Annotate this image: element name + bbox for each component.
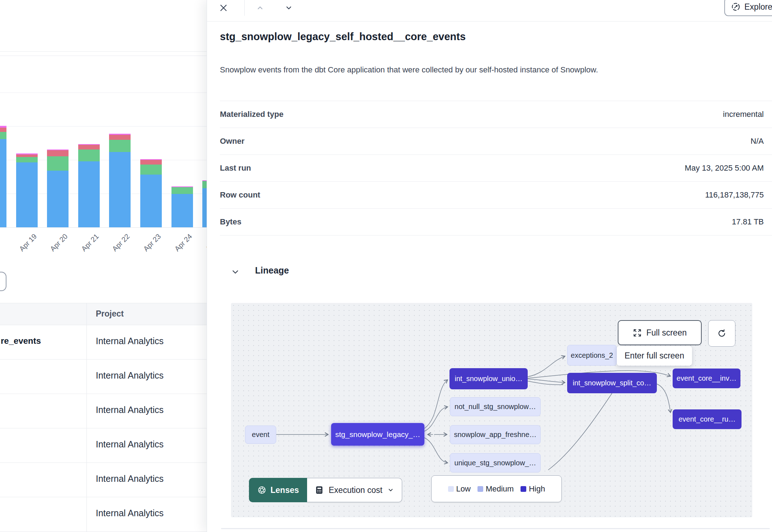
fullscreen-label: Full screen	[646, 328, 687, 338]
lineage-node-int-snowplow-split-co[interactable]: int_snowplow_split_co…	[567, 373, 657, 393]
bar-segment-red	[47, 150, 69, 156]
lineage-heading: Lineage	[255, 265, 289, 276]
metadata-row: Last runMay 13, 2025 5:00 AM	[220, 155, 772, 182]
cell-project: Internal Analytics	[96, 336, 164, 346]
bar-segment-red	[78, 145, 100, 149]
x-axis-label: Apr 22	[111, 232, 132, 253]
topbar-divider	[244, 0, 245, 16]
lineage-node-event[interactable]: event	[245, 426, 276, 444]
bar-segment-blue	[0, 139, 6, 227]
bar-Apr 22	[109, 134, 131, 227]
panel-topbar: Explore	[207, 0, 772, 22]
table-header: Project	[0, 303, 207, 325]
cost-legend: LowMediumHigh	[431, 475, 562, 502]
bar-segment-blue	[78, 161, 100, 227]
lineage-edge	[528, 356, 565, 377]
bar-segment-red	[109, 135, 131, 140]
cell-project: Internal Analytics	[96, 370, 164, 381]
chart-x-axis-labels: Apr 19Apr 20Apr 21Apr 22Apr 23Apr 24Apr …	[0, 227, 207, 267]
details-panel: Explore stg_snowplow_legacy_self_hosted_…	[207, 0, 772, 532]
bar-segment-green	[109, 140, 131, 152]
x-axis-label: Apr 21	[80, 232, 100, 253]
lineage-edge	[548, 393, 612, 470]
legend-swatch	[521, 486, 526, 492]
metadata-value: incremental	[723, 110, 764, 119]
calculator-icon	[315, 485, 324, 495]
next-item-button[interactable]	[281, 0, 297, 16]
bar-segment-green	[171, 187, 193, 194]
metadata-list: Materialized typeincrementalOwnerN/ALast…	[220, 101, 772, 236]
metadata-row: Bytes17.81 TB	[220, 209, 772, 236]
table-row[interactable]: Internal Analytics	[0, 497, 207, 532]
bar-Apr 24	[171, 186, 193, 227]
bar-segment-red	[16, 155, 38, 157]
close-button[interactable]	[216, 0, 231, 16]
model-description: Snowplow events from the dbt Core applic…	[220, 65, 758, 75]
x-axis-label: Apr 24	[173, 232, 194, 253]
legend-label: Low	[456, 484, 471, 494]
fullscreen-tooltip: Enter full screen	[617, 346, 692, 366]
lineage-node-exceptions-2[interactable]: exceptions_2	[567, 345, 617, 366]
lineage-node-stg-snowplow-legacy[interactable]: stg_snowplow_legacy_…	[331, 423, 424, 446]
fullscreen-button[interactable]: Full screen	[618, 320, 702, 345]
chevron-down-icon	[387, 486, 394, 494]
table-row[interactable]: Internal Analytics	[0, 428, 207, 463]
clipped-pill-button[interactable]	[0, 272, 6, 291]
lineage-node-event-core-ru[interactable]: event_core__ru…	[673, 409, 742, 429]
metadata-value: May 13, 2025 5:00 AM	[685, 163, 764, 173]
x-axis-label: Apr 23	[142, 232, 163, 253]
lineage-node-snowplow-app-freshne[interactable]: snowplow_app_freshne…	[450, 425, 541, 444]
lineage-node-unique-stg-snowplow[interactable]: unique_stg_snowplow_…	[450, 453, 541, 472]
bar-segment-green	[140, 165, 162, 175]
execution-cost-dropdown[interactable]: Execution cost	[307, 478, 402, 502]
bar-segment-blue	[171, 194, 193, 227]
bar-segment-blue	[16, 162, 38, 227]
expand-icon	[633, 328, 642, 337]
lineage-node-event-core-inv[interactable]: event_core__inv…	[673, 369, 740, 388]
bar-segment-red	[140, 160, 162, 165]
bar-segment-green	[78, 149, 100, 161]
legend-label: High	[529, 484, 545, 494]
legend-swatch	[477, 486, 483, 492]
lineage-canvas[interactable]: eventstg_snowplow_legacy_…int_snowplow_u…	[231, 303, 752, 517]
lineage-section-toggle[interactable]: Lineage	[207, 265, 350, 280]
lineage-edge	[657, 384, 670, 412]
x-axis-label: Apr 20	[49, 232, 70, 253]
column-header-project: Project	[96, 309, 124, 319]
table-row[interactable]: re_eventsInternal Analytics	[0, 325, 207, 360]
legend-item-low: Low	[448, 484, 471, 494]
section-divider	[221, 528, 770, 529]
bar-segment-green	[16, 157, 38, 162]
bar-segment-green	[0, 132, 6, 139]
lineage-node-not-null-stg-snowplow[interactable]: not_null_stg_snowplow…	[450, 397, 541, 416]
bar-segment-green	[47, 156, 69, 171]
bar-segment-red	[0, 128, 6, 132]
stacked-bar-chart	[0, 0, 207, 227]
table-row[interactable]: Internal Analytics	[0, 394, 207, 428]
metadata-label: Owner	[220, 137, 244, 146]
metadata-label: Last run	[220, 163, 251, 173]
bar-segment-blue	[140, 175, 162, 227]
bar-Apr 21	[78, 144, 100, 227]
lineage-edge	[424, 438, 447, 463]
compass-icon	[731, 2, 740, 11]
table-row[interactable]: Internal Analytics	[0, 360, 207, 394]
lenses-button[interactable]: Lenses	[249, 478, 307, 502]
lineage-edge	[424, 380, 447, 428]
previous-item-button[interactable]	[252, 0, 268, 16]
refresh-icon	[717, 328, 727, 338]
aperture-icon	[257, 485, 267, 495]
metadata-row: Row count116,187,138,775	[220, 182, 772, 209]
lineage-node-int-snowplow-unio[interactable]: int_snowplow_unio…	[449, 368, 528, 389]
page-title: stg_snowplow_legacy_self_hosted__core_ev…	[220, 31, 466, 43]
explore-button[interactable]: Explore	[724, 0, 772, 16]
lineage-edge	[528, 381, 563, 385]
table-row[interactable]: Internal Analytics	[0, 463, 207, 497]
refresh-button[interactable]	[708, 320, 735, 347]
cell-model-name: re_events	[1, 336, 41, 346]
metadata-row: OwnerN/A	[220, 128, 772, 155]
chevron-down-icon	[284, 4, 293, 12]
cell-project: Internal Analytics	[96, 474, 164, 484]
bar-Apr 20	[47, 149, 69, 227]
cell-project: Internal Analytics	[96, 405, 164, 415]
